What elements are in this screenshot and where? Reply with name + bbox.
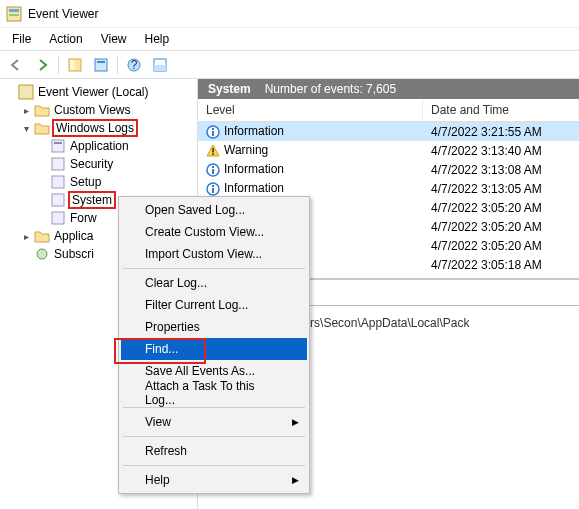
ctx-separator (123, 268, 305, 269)
cell-datetime: 4/7/2022 3:21:55 AM (423, 125, 579, 139)
properties-button[interactable] (89, 54, 113, 76)
svg-point-18 (37, 249, 47, 259)
svg-rect-13 (54, 142, 62, 144)
ctx-refresh[interactable]: Refresh (121, 440, 307, 462)
expander-expanded-icon[interactable]: ▾ (20, 123, 32, 134)
warning-icon (206, 144, 220, 158)
ctx-attach-task[interactable]: Attach a Task To this Log... (121, 382, 307, 404)
svg-rect-26 (212, 166, 214, 168)
tree-security[interactable]: Security (2, 155, 195, 173)
ctx-clear-log[interactable]: Clear Log... (121, 272, 307, 294)
svg-rect-5 (95, 59, 107, 71)
menu-help[interactable]: Help (137, 30, 178, 48)
log-icon (50, 174, 66, 190)
grid-header: Level Date and Time (198, 99, 579, 122)
svg-rect-12 (52, 140, 64, 152)
table-row[interactable]: Warning4/7/2022 3:13:40 AM (198, 141, 579, 160)
tree-root-label: Event Viewer (Local) (36, 85, 151, 99)
log-header-title: System (208, 82, 251, 96)
title-bar: Event Viewer (0, 0, 579, 28)
svg-rect-21 (212, 128, 214, 130)
ctx-separator (123, 465, 305, 466)
tree-forwarded-label: Forw (68, 211, 99, 225)
log-icon (50, 192, 66, 208)
cell-level: Information (198, 181, 423, 196)
show-action-pane-button[interactable] (63, 54, 87, 76)
svg-rect-20 (212, 131, 214, 136)
menu-view[interactable]: View (93, 30, 135, 48)
tree-windows-logs-label: Windows Logs (52, 119, 138, 137)
events-count-label: Number of events: 7,605 (265, 82, 396, 96)
folder-icon (34, 228, 50, 244)
svg-rect-23 (212, 153, 214, 155)
cell-datetime: 4/7/2022 3:05:20 AM (423, 201, 579, 215)
preview-pane-button[interactable] (148, 54, 172, 76)
folder-icon (34, 102, 50, 118)
table-row[interactable]: Information4/7/2022 3:21:55 AM (198, 122, 579, 141)
column-date[interactable]: Date and Time (423, 99, 579, 121)
expander-collapsed-icon[interactable]: ▸ (20, 105, 32, 116)
back-button[interactable] (4, 54, 28, 76)
tree-app-services-label: Applica (52, 229, 95, 243)
forward-button[interactable] (30, 54, 54, 76)
ctx-filter-log[interactable]: Filter Current Log... (121, 294, 307, 316)
tree-windows-logs[interactable]: ▾ Windows Logs (2, 119, 195, 137)
ctx-create-custom-view[interactable]: Create Custom View... (121, 221, 307, 243)
info-icon (206, 182, 220, 196)
tree-application[interactable]: Application (2, 137, 195, 155)
svg-rect-11 (19, 85, 33, 99)
svg-rect-25 (212, 169, 214, 174)
folder-icon (34, 120, 50, 136)
ctx-properties[interactable]: Properties (121, 316, 307, 338)
svg-rect-2 (9, 14, 19, 16)
info-icon (206, 163, 220, 177)
tree-setup[interactable]: Setup (2, 173, 195, 191)
menu-action[interactable]: Action (41, 30, 90, 48)
ctx-open-saved-log[interactable]: Open Saved Log... (121, 199, 307, 221)
expander-collapsed-icon[interactable]: ▸ (20, 231, 32, 242)
tree-security-label: Security (68, 157, 115, 171)
svg-rect-4 (70, 60, 75, 70)
cell-datetime: 4/7/2022 3:05:20 AM (423, 220, 579, 234)
context-menu: Open Saved Log... Create Custom View... … (118, 196, 310, 494)
svg-rect-28 (212, 188, 214, 193)
log-header: System Number of events: 7,605 (198, 79, 579, 99)
ctx-help[interactable]: Help▶ (121, 469, 307, 491)
svg-text:?: ? (131, 58, 138, 72)
ctx-separator (123, 436, 305, 437)
cell-level: Warning (198, 143, 423, 158)
svg-rect-16 (52, 194, 64, 206)
cell-datetime: 4/7/2022 3:05:20 AM (423, 239, 579, 253)
ctx-separator (123, 407, 305, 408)
log-icon (50, 210, 66, 226)
svg-rect-1 (9, 9, 19, 12)
tree-root[interactable]: Event Viewer (Local) (2, 83, 195, 101)
ctx-view[interactable]: View▶ (121, 411, 307, 433)
tree-subscriptions-label: Subscri (52, 247, 96, 261)
svg-rect-14 (52, 158, 64, 170)
table-row[interactable]: Information4/7/2022 3:13:08 AM (198, 160, 579, 179)
svg-rect-29 (212, 185, 214, 187)
tree-custom-views[interactable]: ▸ Custom Views (2, 101, 195, 119)
chevron-right-icon: ▶ (292, 417, 299, 427)
subscriptions-icon (34, 246, 50, 262)
chevron-right-icon: ▶ (292, 475, 299, 485)
toolbar: ? (0, 51, 579, 79)
svg-rect-15 (52, 176, 64, 188)
log-icon (50, 156, 66, 172)
cell-datetime: 4/7/2022 3:13:08 AM (423, 163, 579, 177)
column-level[interactable]: Level (198, 99, 423, 121)
cell-datetime: 4/7/2022 3:13:40 AM (423, 144, 579, 158)
tree-application-label: Application (68, 139, 131, 153)
svg-rect-10 (154, 65, 166, 71)
menu-file[interactable]: File (4, 30, 39, 48)
ctx-find[interactable]: Find... (121, 338, 307, 360)
cell-level: Information (198, 162, 423, 177)
ctx-import-custom-view[interactable]: Import Custom View... (121, 243, 307, 265)
log-icon (50, 138, 66, 154)
eventviewer-icon (18, 84, 34, 100)
help-button[interactable]: ? (122, 54, 146, 76)
svg-rect-22 (212, 148, 214, 153)
tree-system-label: System (68, 191, 116, 209)
tree-setup-label: Setup (68, 175, 103, 189)
